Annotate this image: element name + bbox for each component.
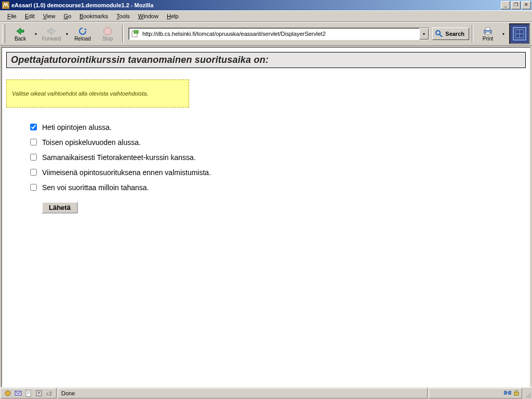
component-bar: cZ <box>1 388 57 398</box>
options-list: Heti opintojen alussa. Toisen opiskeluvu… <box>28 122 526 192</box>
back-button[interactable]: Back <box>8 24 32 44</box>
menu-help[interactable]: Help <box>163 12 183 20</box>
stop-icon <box>102 26 113 36</box>
svg-rect-11 <box>486 32 490 34</box>
status-bar: cZ Done <box>0 387 532 399</box>
option-label: Samanaikaisesti Tietorakenteet-kurssin k… <box>42 153 196 162</box>
menu-go[interactable]: Go <box>59 12 75 20</box>
mozilla-throbber[interactable] <box>509 23 530 44</box>
svg-marker-4 <box>104 28 111 35</box>
url-dropdown[interactable]: ▾ <box>419 28 429 39</box>
option-checkbox-2[interactable] <box>30 154 37 161</box>
forward-arrow-icon <box>46 26 57 36</box>
print-icon <box>483 26 493 36</box>
question-header: Opettajatutorointikurssin tavanomainen s… <box>6 52 526 68</box>
svg-rect-28 <box>509 391 511 394</box>
menubar: File Edit View Go Bookmarks Tools Window… <box>0 10 532 22</box>
window-titlebar: eAssari (1.0) democourse1.demomodule1.2 … <box>0 0 532 10</box>
page-viewport: Opettajatutorointikurssin tavanomainen s… <box>1 47 531 389</box>
svg-rect-30 <box>514 392 518 395</box>
option-checkbox-0[interactable] <box>30 124 37 130</box>
toolbar-separator <box>122 25 124 43</box>
svg-point-19 <box>5 391 10 396</box>
back-label: Back <box>15 36 26 42</box>
svg-marker-1 <box>17 28 24 34</box>
mail-icon[interactable] <box>15 390 22 397</box>
option-checkbox-3[interactable] <box>30 169 37 176</box>
svg-rect-27 <box>504 391 507 394</box>
menu-bookmarks[interactable]: Bookmarks <box>75 12 112 20</box>
resize-grip[interactable] <box>523 388 532 399</box>
search-label: Search <box>445 31 464 37</box>
print-dropdown[interactable]: ▾ <box>501 24 506 44</box>
navigator-icon[interactable] <box>4 390 11 397</box>
option-row: Heti opintojen alussa. <box>28 122 526 132</box>
option-row: Samanaikaisesti Tietorakenteet-kurssin k… <box>28 152 526 162</box>
option-label: Viimeisenä opintosuorituksena ennen valm… <box>42 168 211 177</box>
lock-icon[interactable] <box>513 390 520 397</box>
window-controls: _ ❐ ✕ <box>501 1 531 9</box>
bookmark-page-icon[interactable] <box>131 30 139 38</box>
menu-file[interactable]: File <box>3 12 21 20</box>
print-label: Print <box>483 36 494 42</box>
svg-line-33 <box>530 397 531 398</box>
toolbar-grip[interactable] <box>2 24 5 43</box>
print-button[interactable]: Print <box>476 24 500 44</box>
svg-text:cZ: cZ <box>46 391 52 396</box>
option-checkbox-1[interactable] <box>30 139 37 145</box>
instruction-box: Valitse oikeat vaihtoehdot alla olevista… <box>6 79 189 108</box>
svg-point-25 <box>38 392 40 394</box>
svg-line-8 <box>440 34 442 37</box>
stop-button: Stop <box>96 24 119 44</box>
option-label: Heti opintojen alussa. <box>42 123 112 131</box>
minimize-button[interactable]: _ <box>501 1 510 9</box>
svg-marker-3 <box>85 28 87 30</box>
search-icon <box>435 30 443 38</box>
mozilla-app-icon <box>2 2 9 9</box>
window-title: eAssari (1.0) democourse1.demomodule1.2 … <box>11 2 501 8</box>
reload-label: Reload <box>74 36 91 42</box>
toolbar-separator-2 <box>472 25 473 43</box>
option-row: Viimeisenä opintosuorituksena ennen valm… <box>28 167 526 177</box>
menu-edit[interactable]: Edit <box>21 12 39 20</box>
reload-button[interactable]: Reload <box>71 24 95 44</box>
reload-icon <box>77 26 88 36</box>
forward-label: Forward <box>42 36 61 42</box>
option-label: Sen voi suorittaa milloin tahansa. <box>42 183 149 192</box>
irc-icon[interactable]: cZ <box>46 390 53 397</box>
url-field-wrap: ▾ <box>128 28 429 40</box>
submit-wrap: Lähetä <box>42 202 526 214</box>
search-button[interactable]: Search <box>432 28 469 40</box>
menu-window[interactable]: Window <box>134 12 163 20</box>
navigation-toolbar: Back ▾ Forward ▾ Reload Stop ▾ Search <box>0 22 532 46</box>
status-security-pane <box>429 388 522 398</box>
submit-button[interactable]: Lähetä <box>42 202 78 214</box>
forward-button: Forward <box>39 24 63 44</box>
status-text: Done <box>58 388 428 398</box>
back-dropdown[interactable]: ▾ <box>33 24 38 44</box>
menu-tools[interactable]: Tools <box>112 12 134 20</box>
close-button[interactable]: ✕ <box>522 1 531 9</box>
url-input[interactable] <box>141 29 419 38</box>
online-icon[interactable] <box>504 390 511 396</box>
svg-point-7 <box>436 31 440 35</box>
option-row: Sen voi suorittaa milloin tahansa. <box>28 182 526 192</box>
forward-dropdown[interactable]: ▾ <box>64 24 70 44</box>
stop-label: Stop <box>102 36 113 42</box>
option-row: Toisen opiskeluvuoden alussa. <box>28 137 526 147</box>
svg-marker-2 <box>48 28 55 34</box>
svg-rect-6 <box>134 30 138 33</box>
option-label: Toisen opiskeluvuoden alussa. <box>42 138 141 147</box>
page-content: Opettajatutorointikurssin tavanomainen s… <box>2 48 530 218</box>
svg-rect-10 <box>486 28 490 30</box>
restore-button[interactable]: ❐ <box>511 1 521 9</box>
composer-icon[interactable] <box>25 390 32 397</box>
option-checkbox-4[interactable] <box>30 184 37 191</box>
address-book-icon[interactable] <box>35 390 43 397</box>
menu-view[interactable]: View <box>39 12 60 20</box>
back-arrow-icon <box>15 26 25 36</box>
